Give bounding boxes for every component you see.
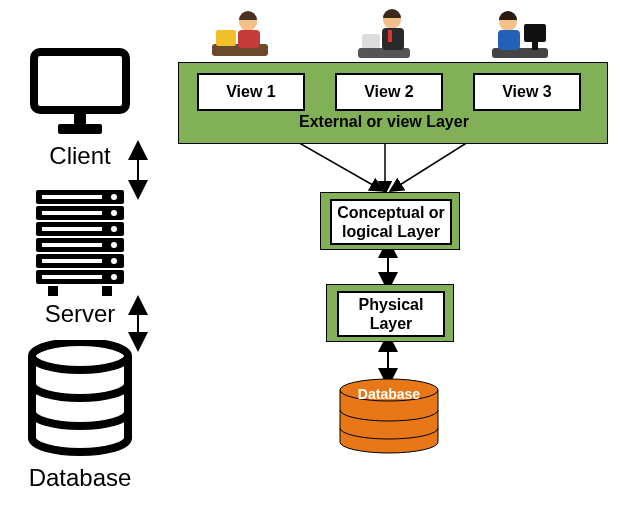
user-icon xyxy=(352,8,416,64)
view3-box: View 3 xyxy=(473,73,581,111)
external-layer-block: View 1 View 2 View 3 External or view La… xyxy=(178,62,608,144)
svg-rect-42 xyxy=(532,42,538,50)
svg-rect-35 xyxy=(358,48,410,58)
svg-point-16 xyxy=(111,210,117,216)
svg-rect-41 xyxy=(524,24,546,42)
svg-rect-38 xyxy=(382,28,404,50)
svg-rect-22 xyxy=(102,286,112,296)
svg-rect-12 xyxy=(42,243,102,247)
database-storage-label: Database xyxy=(336,386,442,402)
client-label: Client xyxy=(30,142,130,170)
svg-rect-13 xyxy=(42,259,102,263)
svg-rect-1 xyxy=(74,112,86,124)
view1-box: View 1 xyxy=(197,73,305,111)
user-icon xyxy=(488,8,552,64)
database-storage-icon: Database xyxy=(336,378,442,456)
external-layer-title: External or view Layer xyxy=(299,113,469,131)
svg-rect-21 xyxy=(48,286,58,296)
svg-rect-36 xyxy=(362,34,380,48)
view3-label: View 3 xyxy=(502,83,552,101)
view2-box: View 2 xyxy=(335,73,443,111)
svg-point-23 xyxy=(32,342,128,370)
server-label: Server xyxy=(30,300,130,328)
svg-rect-0 xyxy=(34,52,126,110)
svg-rect-11 xyxy=(42,227,102,231)
view1-label: View 1 xyxy=(226,83,276,101)
svg-point-15 xyxy=(111,194,117,200)
svg-rect-9 xyxy=(42,195,102,199)
svg-point-17 xyxy=(111,226,117,232)
svg-rect-14 xyxy=(42,275,102,279)
conceptual-layer-title: Conceptual or logical Layer xyxy=(330,199,452,245)
user-icon xyxy=(208,8,272,64)
svg-point-19 xyxy=(111,258,117,264)
svg-rect-44 xyxy=(498,30,520,50)
svg-point-18 xyxy=(111,242,117,248)
client-icon xyxy=(30,48,130,138)
physical-layer-block: Physical Layer xyxy=(326,284,454,342)
svg-rect-34 xyxy=(238,30,260,48)
server-icon xyxy=(30,188,130,298)
svg-point-20 xyxy=(111,274,117,280)
svg-rect-10 xyxy=(42,211,102,215)
svg-rect-2 xyxy=(58,124,102,134)
view2-label: View 2 xyxy=(364,83,414,101)
svg-rect-39 xyxy=(388,30,392,42)
physical-layer-title: Physical Layer xyxy=(337,291,445,337)
svg-rect-32 xyxy=(216,30,236,46)
database-label: Database xyxy=(20,464,140,492)
diagram-root: Client xyxy=(0,0,619,513)
conceptual-layer-block: Conceptual or logical Layer xyxy=(320,192,460,250)
database-icon xyxy=(25,340,135,460)
